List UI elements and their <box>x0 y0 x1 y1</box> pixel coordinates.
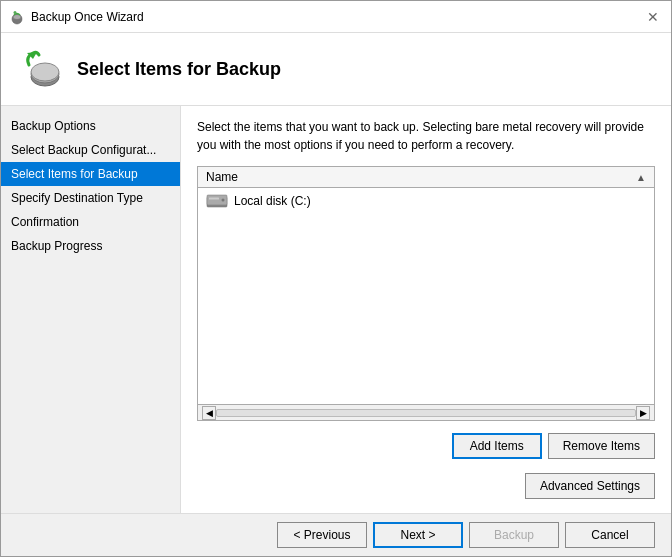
remove-items-button[interactable]: Remove Items <box>548 433 655 459</box>
sidebar-item-confirmation[interactable]: Confirmation <box>1 210 180 234</box>
disk-label: Local disk (C:) <box>234 194 311 208</box>
sidebar-item-select-items[interactable]: Select Items for Backup <box>1 162 180 186</box>
window-icon <box>9 9 25 25</box>
header-icon <box>17 45 65 93</box>
scroll-right-arrow[interactable]: ▶ <box>636 406 650 420</box>
drive-icon <box>206 193 228 209</box>
scroll-left-arrow[interactable]: ◀ <box>202 406 216 420</box>
sidebar: Backup Options Select Backup Configurat.… <box>1 106 181 513</box>
svg-point-9 <box>222 199 225 202</box>
description-text: Select the items that you want to back u… <box>197 118 655 154</box>
main-panel: Select the items that you want to back u… <box>181 106 671 513</box>
sidebar-item-backup-options[interactable]: Backup Options <box>1 114 180 138</box>
add-items-button[interactable]: Add Items <box>452 433 542 459</box>
svg-point-5 <box>31 63 59 81</box>
svg-rect-10 <box>209 198 219 200</box>
window-title: Backup Once Wizard <box>31 10 144 24</box>
backup-button: Backup <box>469 522 559 548</box>
close-button[interactable]: ✕ <box>643 7 663 27</box>
content-area: Backup Options Select Backup Configurat.… <box>1 106 671 513</box>
cancel-button[interactable]: Cancel <box>565 522 655 548</box>
sidebar-item-select-backup-config[interactable]: Select Backup Configurat... <box>1 138 180 162</box>
svg-point-1 <box>13 14 21 19</box>
advanced-settings-button[interactable]: Advanced Settings <box>525 473 655 499</box>
page-title: Select Items for Backup <box>77 59 281 80</box>
list-item[interactable]: Local disk (C:) <box>198 190 654 212</box>
title-bar: Backup Once Wizard ✕ <box>1 1 671 33</box>
sidebar-item-specify-destination[interactable]: Specify Destination Type <box>1 186 180 210</box>
header-section: Select Items for Backup <box>1 33 671 106</box>
previous-button[interactable]: < Previous <box>277 522 367 548</box>
footer: < Previous Next > Backup Cancel <box>1 513 671 556</box>
action-buttons-row: Add Items Remove Items <box>197 429 655 461</box>
backup-icon <box>17 45 65 93</box>
list-body[interactable]: Local disk (C:) <box>198 188 654 404</box>
scroll-track[interactable] <box>216 409 636 417</box>
next-button[interactable]: Next > <box>373 522 463 548</box>
list-header: Name ▲ <box>198 167 654 188</box>
title-bar-left: Backup Once Wizard <box>9 9 144 25</box>
sort-arrow-icon: ▲ <box>636 172 646 183</box>
main-window: Backup Once Wizard ✕ Select Items for Ba… <box>0 0 672 557</box>
advanced-buttons-row: Advanced Settings <box>197 469 655 501</box>
items-list-container: Name ▲ Local disk (C:) <box>197 166 655 421</box>
column-name-label: Name <box>206 170 238 184</box>
sidebar-item-backup-progress[interactable]: Backup Progress <box>1 234 180 258</box>
svg-point-2 <box>14 11 17 14</box>
horizontal-scrollbar[interactable]: ◀ ▶ <box>198 404 654 420</box>
